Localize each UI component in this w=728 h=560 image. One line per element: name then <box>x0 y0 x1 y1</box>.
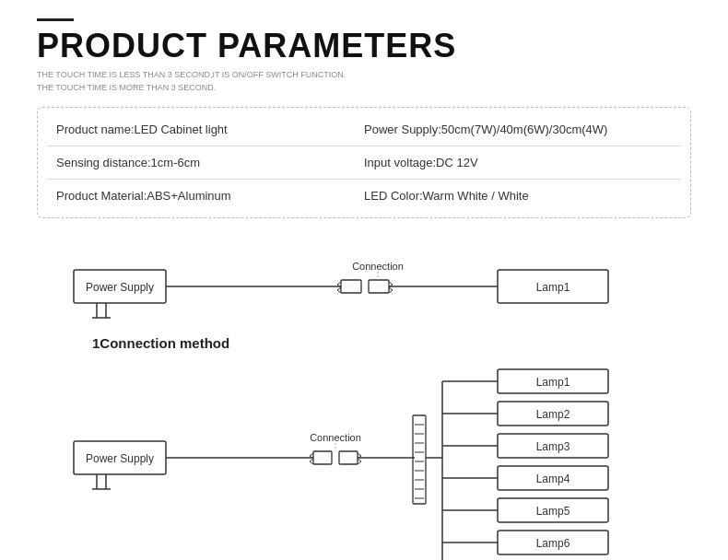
subtitle-line2: THE TOUCH TIME IS MORE THAN 3 SECOND. <box>37 82 691 95</box>
params-cell-3-right: LED Color:Warm White / White <box>364 189 672 203</box>
svg-text:Connection: Connection <box>310 432 361 443</box>
diagram-1-caption: 1Connection method <box>92 335 229 351</box>
svg-rect-24 <box>413 415 426 504</box>
svg-text:Lamp1: Lamp1 <box>536 376 570 389</box>
params-cell-2-right: Input voltage:DC 12V <box>364 156 672 169</box>
svg-rect-6 <box>341 280 361 293</box>
params-cell-3-left: Product Material:ABS+Aluminum <box>56 189 364 203</box>
svg-text:Lamp1: Lamp1 <box>536 281 570 294</box>
params-box: Product name:LED Cabinet light Power Sup… <box>37 107 691 218</box>
svg-rect-20 <box>339 451 358 464</box>
svg-text:Lamp5: Lamp5 <box>536 505 570 518</box>
svg-text:Lamp3: Lamp3 <box>536 440 570 453</box>
svg-text:Lamp2: Lamp2 <box>536 408 570 421</box>
params-row-1: Product name:LED Cabinet light Power Sup… <box>47 113 681 146</box>
top-line <box>37 18 74 21</box>
svg-text:Power Supply: Power Supply <box>86 281 154 294</box>
page-title: PRODUCT PARAMETERS <box>37 27 691 65</box>
params-cell-2-left: Sensing distance:1cm-6cm <box>56 156 364 169</box>
svg-text:Connection: Connection <box>352 261 404 272</box>
svg-text:Lamp6: Lamp6 <box>536 537 570 550</box>
params-cell-1-right: Power Supply:50cm(7W)/40m(6W)/30cm(4W) <box>364 122 672 136</box>
svg-text:Power Supply: Power Supply <box>86 452 154 465</box>
params-cell-1-left: Product name:LED Cabinet light <box>56 122 364 136</box>
svg-rect-19 <box>313 451 332 464</box>
subtitle: THE TOUCH TIME IS LESS THAN 3 SECOND,IT … <box>37 69 691 94</box>
diagram-2-svg: Power Supply Connection <box>37 360 700 560</box>
params-row-2: Sensing distance:1cm-6cm Input voltage:D… <box>47 146 681 180</box>
diagram-1-block: Power Supply Lamp1 Connection 1Connectio… <box>37 244 691 351</box>
params-row-3: Product Material:ABS+Aluminum LED Color:… <box>47 180 681 212</box>
subtitle-line1: THE TOUCH TIME IS LESS THAN 3 SECOND,IT … <box>37 69 691 82</box>
diagram-2-block: Power Supply Connection <box>37 360 691 560</box>
svg-rect-7 <box>369 280 389 293</box>
diagram-1-svg: Power Supply Lamp1 Connection <box>37 244 700 332</box>
svg-text:Lamp4: Lamp4 <box>536 472 570 485</box>
